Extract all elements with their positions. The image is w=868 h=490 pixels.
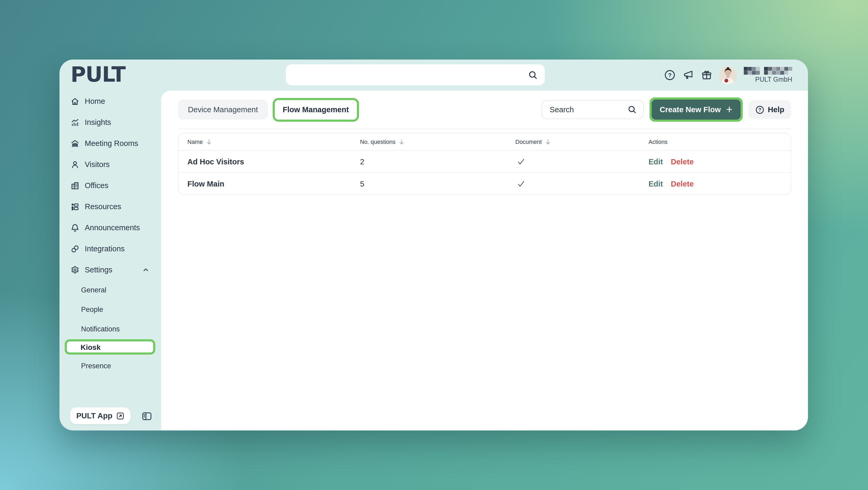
meeting-rooms-icon: [70, 139, 80, 148]
tab-device-management[interactable]: Device Management: [178, 99, 268, 120]
delete-link[interactable]: Delete: [671, 157, 694, 166]
create-flow-highlight-ring: Create New Flow +: [650, 97, 743, 122]
svg-text:?: ?: [668, 72, 672, 79]
gift-icon[interactable]: [701, 69, 712, 81]
user-block[interactable]: PULT GmbH: [744, 67, 792, 83]
sidebar-item-integrations[interactable]: Integrations: [60, 238, 161, 259]
search-icon[interactable]: [528, 70, 538, 80]
table-row: Ad Hoc Visitors 2 Edit Delete: [179, 150, 790, 172]
sidebar-subitem-presence[interactable]: Presence: [60, 356, 161, 376]
topbar-right: ?: [664, 60, 792, 91]
document-check-icon: [515, 179, 649, 188]
sidebar-item-resources[interactable]: Resources: [60, 196, 161, 217]
help-circle-icon: ?: [755, 105, 764, 114]
document-check-icon: [515, 157, 649, 166]
offices-icon: [70, 181, 80, 190]
sidebar-item-label: Insights: [85, 118, 111, 126]
home-icon: [70, 97, 80, 106]
visitors-icon: [70, 160, 80, 169]
bell-icon: [70, 223, 80, 232]
sidebar-item-label: Resources: [85, 202, 121, 211]
row-actions: Edit Delete: [649, 157, 790, 166]
user-avatar[interactable]: [719, 66, 737, 84]
content-header: Device Management Flow Management: [178, 91, 791, 129]
column-label: Document: [515, 139, 541, 145]
company-name: PULT GmbH: [755, 76, 792, 83]
topbar: PULT ?: [60, 60, 808, 91]
sidebar-item-label: Integrations: [85, 244, 125, 253]
pult-app-button[interactable]: PULT App: [70, 407, 131, 424]
sidebar-item-settings[interactable]: Settings: [60, 259, 161, 280]
megaphone-icon[interactable]: [682, 69, 694, 81]
chevron-up-icon[interactable]: [142, 266, 150, 273]
global-search: [286, 64, 545, 85]
column-header-questions[interactable]: No. questions: [360, 139, 515, 145]
gear-icon: [70, 265, 80, 274]
column-header-name[interactable]: Name: [187, 139, 360, 145]
sidebar-item-label: Meeting Rooms: [85, 139, 138, 147]
sort-down-icon: [545, 139, 551, 145]
sort-down-icon: [207, 139, 212, 145]
desktop-background: PULT ?: [0, 0, 868, 490]
table-search: [542, 100, 644, 119]
user-name-redacted: [744, 67, 792, 75]
main-content: Device Management Flow Management: [161, 91, 808, 430]
column-label: No. questions: [360, 139, 396, 145]
column-header-actions: Actions: [649, 139, 790, 145]
create-new-flow-label: Create New Flow: [660, 105, 721, 114]
plus-icon: +: [726, 104, 733, 115]
sidebar-item-visitors[interactable]: Visitors: [60, 154, 161, 175]
global-search-input[interactable]: [286, 70, 528, 79]
pult-app-label: PULT App: [76, 411, 113, 420]
sidebar: Home Insights: [60, 91, 161, 430]
link-icon: [70, 244, 80, 253]
sidebar-item-meeting-rooms[interactable]: Meeting Rooms: [60, 133, 161, 154]
collapse-sidebar-icon[interactable]: [142, 412, 152, 421]
resources-icon: [70, 202, 80, 211]
sidebar-subitem-people[interactable]: People: [60, 300, 161, 319]
table-header-row: Name No. questions Document Actions: [179, 133, 790, 150]
sidebar-item-label: Offices: [85, 181, 108, 190]
sidebar-subitem-general[interactable]: General: [60, 280, 161, 300]
content-header-actions: Create New Flow + ? Help: [542, 97, 791, 122]
flow-questions-count: 2: [360, 157, 515, 166]
app-window: PULT ?: [60, 60, 808, 430]
table-row: Flow Main 5 Edit Delete: [179, 172, 790, 195]
body-row: Home Insights: [60, 91, 808, 430]
tab-highlight-ring: Flow Management: [273, 98, 359, 121]
help-label: Help: [768, 105, 784, 114]
sidebar-item-offices[interactable]: Offices: [60, 175, 161, 196]
edit-link[interactable]: Edit: [649, 179, 663, 188]
insights-icon: [70, 118, 80, 127]
flow-questions-count: 5: [360, 179, 515, 188]
column-label: Name: [187, 139, 203, 145]
column-label: Actions: [649, 139, 668, 145]
delete-link[interactable]: Delete: [671, 179, 694, 188]
flow-name: Ad Hoc Visitors: [187, 157, 360, 166]
row-actions: Edit Delete: [649, 179, 790, 188]
pult-logo[interactable]: PULT: [70, 63, 125, 86]
table-search-input[interactable]: [544, 105, 628, 114]
flows-table: Name No. questions Document Actions: [178, 133, 791, 195]
edit-link[interactable]: Edit: [649, 157, 663, 166]
sidebar-item-label: Settings: [85, 265, 113, 274]
sidebar-item-label: Announcements: [85, 223, 140, 232]
sidebar-subitem-kiosk-active[interactable]: Kiosk: [65, 339, 155, 354]
create-new-flow-button[interactable]: Create New Flow +: [652, 99, 741, 120]
help-circle-icon[interactable]: ?: [664, 69, 675, 81]
sidebar-item-insights[interactable]: Insights: [60, 112, 161, 133]
tab-flow-management[interactable]: Flow Management: [275, 100, 356, 119]
external-link-icon: [117, 412, 124, 420]
flow-name: Flow Main: [187, 179, 360, 188]
sidebar-subitem-notifications[interactable]: Notifications: [60, 319, 161, 339]
sidebar-item-label: Visitors: [85, 160, 110, 169]
column-header-document[interactable]: Document: [515, 139, 649, 145]
sidebar-item-announcements[interactable]: Announcements: [60, 217, 161, 238]
search-icon[interactable]: [628, 105, 637, 114]
svg-text:?: ?: [758, 107, 761, 112]
sort-down-icon: [399, 139, 405, 145]
sidebar-item-label: Home: [85, 97, 105, 105]
sidebar-item-home[interactable]: Home: [60, 91, 161, 112]
help-button[interactable]: ? Help: [748, 100, 791, 119]
